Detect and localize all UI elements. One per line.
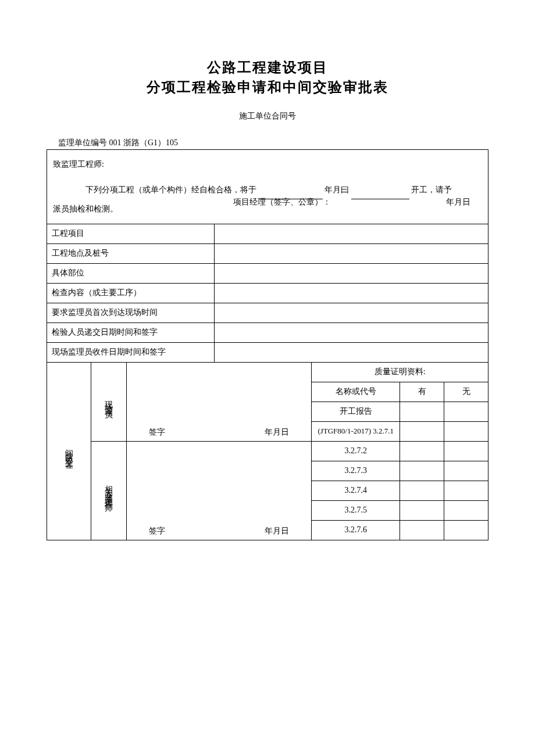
quality-item-6: 3.2.7.6 bbox=[312, 520, 400, 540]
role2-label: 相关专业监理工程师 bbox=[104, 479, 114, 500]
role2-sign-label: 签字 bbox=[149, 526, 165, 536]
role1-signature-area[interactable]: 签字 年月日 bbox=[126, 362, 312, 441]
approval-form-table: 致监理工程师: 下列分项工程（或单个构件）经自检合格，将于 年月曰 开工，请予 … bbox=[47, 149, 488, 540]
intro-cell: 致监理工程师: 下列分项工程（或单个构件）经自检合格，将于 年月曰 开工，请予 … bbox=[47, 150, 488, 224]
value-arrival[interactable] bbox=[215, 303, 488, 323]
field-row-part: 具体部位 bbox=[47, 263, 488, 283]
quality-no-0[interactable] bbox=[444, 402, 488, 421]
quality-col-name: 名称或代号 bbox=[312, 382, 400, 402]
field-row-content: 检查内容（或主要工序） bbox=[47, 283, 488, 303]
quality-item-2: 3.2.7.2 bbox=[312, 441, 400, 461]
role1-cell: 现场监理员 bbox=[91, 362, 126, 441]
label-submit: 检验人员递交日期时间和签字 bbox=[47, 323, 215, 342]
role1-sign-date: 年月日 bbox=[265, 427, 289, 438]
quality-col-no: 无 bbox=[444, 382, 488, 402]
quality-no-5[interactable] bbox=[444, 500, 488, 520]
value-content[interactable] bbox=[215, 283, 488, 303]
confirm-row-1: 间验认中交签 现场监理员 签字 年月日 质量证明资料: bbox=[47, 362, 488, 382]
role2-cell: 相关专业监理工程师 bbox=[91, 441, 126, 540]
confirm-main-label-cell: 间验认中交签 bbox=[47, 362, 91, 540]
confirm-row-5: 相关专业监理工程师 签字 年月日 3.2.7.2 bbox=[47, 441, 488, 461]
role1-label: 现场监理员 bbox=[104, 395, 114, 406]
pm-date-label: 年月日 bbox=[446, 192, 470, 212]
quality-item-4: 3.2.7.4 bbox=[312, 481, 400, 500]
quality-yes-6[interactable] bbox=[400, 520, 444, 540]
field-row-location: 工程地点及桩号 bbox=[47, 243, 488, 263]
value-project[interactable] bbox=[215, 224, 488, 243]
role2-signature-area[interactable]: 签字 年月日 bbox=[126, 441, 312, 540]
quality-col-yes: 有 bbox=[400, 382, 444, 402]
value-submit[interactable] bbox=[215, 323, 488, 342]
quality-no-1[interactable] bbox=[444, 421, 488, 441]
value-receive[interactable] bbox=[215, 342, 488, 362]
quality-yes-5[interactable] bbox=[400, 500, 444, 520]
quality-item-5: 3.2.7.5 bbox=[312, 500, 400, 520]
field-row-project: 工程项目 bbox=[47, 224, 488, 243]
quality-yes-2[interactable] bbox=[400, 441, 444, 461]
field-row-submit: 检验人员递交日期时间和签字 bbox=[47, 323, 488, 342]
label-location: 工程地点及桩号 bbox=[47, 243, 215, 263]
title-line-1: 公路工程建设项目 bbox=[47, 58, 488, 78]
supervisor-ref-number: 监理单位编号 001 浙路（G1）105 bbox=[47, 138, 488, 148]
role2-sign-date: 年月日 bbox=[265, 526, 289, 536]
pm-signature-label: 项目经理（签字、公章）： bbox=[233, 192, 331, 212]
field-row-arrival: 要求监理员首次到达现场时间 bbox=[47, 303, 488, 323]
label-receive: 现场监理员收件日期时间和签字 bbox=[47, 342, 215, 362]
label-content: 检查内容（或主要工序） bbox=[47, 283, 215, 303]
quality-item-1: (JTGF80/1-2017) 3.2.7.1 bbox=[312, 421, 400, 441]
label-part: 具体部位 bbox=[47, 263, 215, 283]
field-row-receive: 现场监理员收件日期时间和签字 bbox=[47, 342, 488, 362]
title-line-2: 分项工程检验申请和中间交验审批表 bbox=[47, 78, 488, 98]
value-part[interactable] bbox=[215, 263, 488, 283]
quality-header: 质量证明资料: bbox=[312, 362, 488, 382]
quality-yes-0[interactable] bbox=[400, 402, 444, 421]
quality-no-2[interactable] bbox=[444, 441, 488, 461]
quality-no-4[interactable] bbox=[444, 481, 488, 500]
quality-no-6[interactable] bbox=[444, 520, 488, 540]
document-title: 公路工程建设项目 分项工程检验申请和中间交验审批表 bbox=[47, 58, 488, 97]
role1-sign-label: 签字 bbox=[149, 427, 165, 438]
pm-signature-row: 项目经理（签字、公章）： 年月日 bbox=[47, 192, 488, 212]
quality-item-3: 3.2.7.3 bbox=[312, 461, 400, 481]
label-project: 工程项目 bbox=[47, 224, 215, 243]
quality-yes-1[interactable] bbox=[400, 421, 444, 441]
intro-row: 致监理工程师: 下列分项工程（或单个构件）经自检合格，将于 年月曰 开工，请予 … bbox=[47, 150, 488, 224]
quality-yes-3[interactable] bbox=[400, 461, 444, 481]
label-arrival: 要求监理员首次到达现场时间 bbox=[47, 303, 215, 323]
intro-opening: 致监理工程师: bbox=[53, 155, 482, 174]
confirm-main-label: 间验认中交签 bbox=[63, 443, 74, 457]
value-location[interactable] bbox=[215, 243, 488, 263]
quality-yes-4[interactable] bbox=[400, 481, 444, 500]
quality-item-0: 开工报告 bbox=[312, 402, 400, 421]
contract-number-label: 施工单位合同号 bbox=[47, 111, 488, 121]
quality-no-3[interactable] bbox=[444, 461, 488, 481]
